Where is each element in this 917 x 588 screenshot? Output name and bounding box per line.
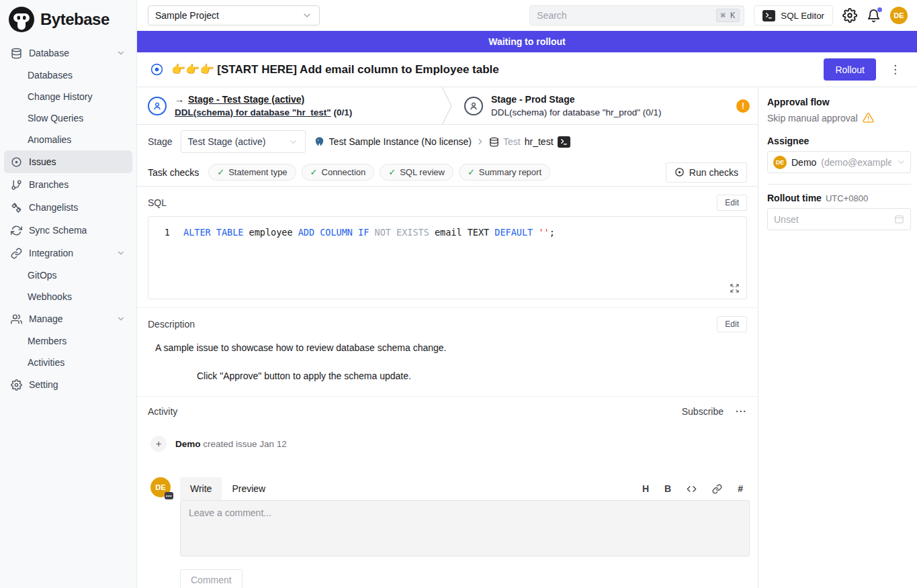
issue-title: 👉👉👉 [START HERE] Add email column to Emp… <box>171 62 499 77</box>
hash-format-button[interactable]: # <box>738 483 743 494</box>
open-sql-editor-icon[interactable] <box>558 136 570 148</box>
chevron-down-icon <box>302 10 312 21</box>
chevron-down-icon <box>116 48 126 58</box>
link-icon <box>712 484 722 494</box>
stage-detail: DDL(schema) for database "hr_test" (0/1) <box>175 106 352 119</box>
subscribe-link[interactable]: Subscribe <box>682 406 724 417</box>
sidebar-item-integration[interactable]: Integration <box>4 242 132 264</box>
user-avatar[interactable]: DE <box>890 7 908 24</box>
description-line: Click "Approve" button to apply the sche… <box>197 370 747 383</box>
heading-format-button[interactable]: H <box>642 483 649 494</box>
stage-card-prod[interactable]: Stage - Prod Stage DDL(schema) for datab… <box>453 87 758 124</box>
notification-dot <box>877 7 882 12</box>
sidebar-item-databases[interactable]: Databases <box>4 64 132 86</box>
link-format-button[interactable] <box>712 484 722 494</box>
sidebar-item-changelists[interactable]: Changelists <box>4 196 132 219</box>
timezone-label: UTC+0800 <box>826 193 868 203</box>
sidebar-label: Branches <box>29 179 69 190</box>
issues-icon <box>11 156 22 168</box>
rollout-button[interactable]: Rollout <box>824 58 876 81</box>
sidebar-item-activities[interactable]: Activities <box>4 352 132 373</box>
check-pill-sql-review[interactable]: ✓SQL review <box>380 164 453 181</box>
main-content: →Stage - Test Stage (active) DDL(schema)… <box>137 87 758 588</box>
instance-link[interactable]: Test Sample Instance (No license) <box>329 136 472 147</box>
issue-status-icon <box>150 63 163 76</box>
bytebase-logo[interactable]: Bytebase <box>0 0 136 39</box>
sidebar-item-members[interactable]: Members <box>4 330 132 352</box>
rollout-time-input[interactable]: Unset <box>767 208 911 230</box>
check-pass-icon: ✓ <box>310 167 318 177</box>
stage-person-icon <box>464 97 483 115</box>
activity-section: Activity Subscribe ··· + Demo created is… <box>137 396 758 588</box>
sidebar-item-issues[interactable]: Issues <box>4 150 132 173</box>
sidebar-item-change-history[interactable]: Change History <box>4 86 132 107</box>
stage-select-value: Test Stage (active) <box>188 136 266 147</box>
editor-tabs: Write Preview H B <box>180 477 750 500</box>
approval-flow-heading: Approval flow <box>767 97 911 107</box>
sql-editor-button[interactable]: SQL Editor <box>754 5 833 26</box>
stage-pipeline: →Stage - Test Stage (active) DDL(schema)… <box>137 87 758 125</box>
assignee-select[interactable]: DE Demo (demo@example <box>767 151 911 173</box>
stage-card-test[interactable]: →Stage - Test Stage (active) DDL(schema)… <box>137 87 441 124</box>
sidebar-label: Setting <box>29 379 58 390</box>
run-checks-button[interactable]: Run checks <box>666 162 747 183</box>
sidebar-item-setting[interactable]: Setting <box>4 373 132 396</box>
sql-edit-button[interactable]: Edit <box>717 195 747 211</box>
link-icon <box>11 248 22 259</box>
status-banner-text: Waiting to rollout <box>488 36 566 47</box>
tab-preview[interactable]: Preview <box>222 477 275 500</box>
line-number: 1 <box>148 226 183 239</box>
search-box[interactable]: ⌘ K <box>529 5 744 26</box>
project-selector[interactable]: Sample Project <box>148 5 320 26</box>
check-pill-connection[interactable]: ✓Connection <box>302 164 375 181</box>
sidebar-item-slow-queries[interactable]: Slow Queries <box>4 107 132 129</box>
bold-format-button[interactable]: B <box>664 483 671 494</box>
stage-name: →Stage - Test Stage (active) <box>175 93 352 106</box>
issue-menu-button[interactable]: ⋮ <box>884 62 906 77</box>
sidebar-item-manage[interactable]: Manage <box>4 307 132 330</box>
activity-menu-button[interactable]: ··· <box>736 406 747 417</box>
sidebar-item-webhooks[interactable]: Webhooks <box>4 286 132 307</box>
sql-statement: ALTER TABLE employee ADD COLUMN IF NOT E… <box>183 226 555 239</box>
expand-icon[interactable] <box>730 283 740 293</box>
chat-bubble-icon: ••• <box>165 492 173 499</box>
sidebar-label: Sync Schema <box>29 225 87 236</box>
sync-icon <box>11 225 22 236</box>
stage-select[interactable]: Test Stage (active) <box>181 130 306 153</box>
terminal-icon <box>762 10 775 21</box>
comment-avatar: DE ••• <box>150 477 171 497</box>
sidebar-item-anomalies[interactable]: Anomalies <box>4 129 132 150</box>
code-format-button[interactable] <box>687 484 697 494</box>
search-input[interactable] <box>537 10 715 21</box>
sql-editor-label: SQL Editor <box>781 11 824 21</box>
sql-heading: SQL <box>148 197 167 208</box>
description-edit-button[interactable]: Edit <box>717 316 747 332</box>
sidebar-label: Issues <box>29 156 56 167</box>
chevron-down-icon <box>116 314 126 324</box>
sidebar-item-database[interactable]: Database <box>4 42 132 64</box>
panel-divider <box>767 184 911 185</box>
rollout-time-heading: Rollout timeUTC+0800 <box>767 193 911 203</box>
sidebar-item-gitops[interactable]: GitOps <box>4 264 132 286</box>
rollout-time-placeholder: Unset <box>774 214 799 225</box>
sidebar-nav: Database Databases Change History Slow Q… <box>0 39 136 399</box>
sql-code-block[interactable]: 1 ALTER TABLE employee ADD COLUMN IF NOT… <box>148 216 747 299</box>
chevron-down-icon <box>116 248 126 258</box>
sidebar-item-branches[interactable]: Branches <box>4 173 132 196</box>
project-selector-value: Sample Project <box>155 10 219 21</box>
search-shortcut-badge: ⌘ K <box>716 9 740 22</box>
comment-input[interactable] <box>180 500 750 556</box>
check-pill-summary-report[interactable]: ✓Summary report <box>459 164 550 181</box>
notifications-bell-button[interactable] <box>867 9 881 23</box>
database-link[interactable]: hr_test <box>525 136 554 147</box>
tab-write[interactable]: Write <box>180 477 222 500</box>
stage-bar: Stage Test Stage (active) Test Sample In… <box>137 125 758 158</box>
check-pill-statement-type[interactable]: ✓Statement type <box>208 164 296 181</box>
stage-name: Stage - Prod Stage <box>491 93 661 106</box>
description-section: Description Edit A sample issue to showc… <box>137 307 758 396</box>
settings-gear-button[interactable] <box>842 8 857 23</box>
activity-entry: + Demo created issue Jan 12 <box>137 421 758 458</box>
stage-label: Stage <box>148 136 173 147</box>
comment-submit-button[interactable]: Comment <box>180 569 243 588</box>
sidebar-item-sync-schema[interactable]: Sync Schema <box>4 219 132 242</box>
